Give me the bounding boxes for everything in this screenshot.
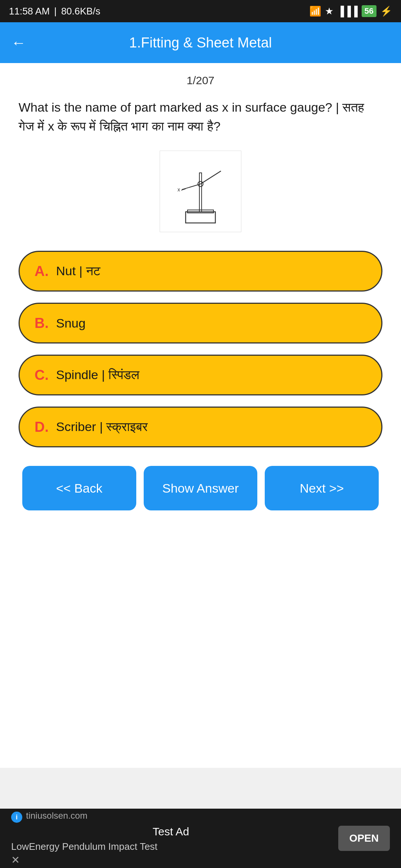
option-d[interactable]: D. Scriber | स्क्राइबर [19,407,382,447]
ad-open-button[interactable]: OPEN [338,826,390,851]
back-button[interactable]: << Back [22,466,136,510]
speed-display: 80.6KB/s [61,6,101,17]
bluetooth-icon: ★ [325,6,333,17]
ad-banner: i tiniusolsen.com Test Ad LowEnergy Pend… [0,809,401,868]
option-c[interactable]: C. Spindle | स्पिंडल [19,355,382,395]
show-answer-button[interactable]: Show Answer [144,466,258,510]
header-title: 1.Fitting & Sheet Metal [129,35,272,51]
charging-icon: ⚡ [380,6,392,17]
option-b[interactable]: B. Snug [19,303,382,343]
options-container: A. Nut | नट B. Snug C. Spindle | स्पिंडल… [19,251,382,447]
svg-rect-0 [186,212,215,223]
status-bar: 11:58 AM | 80.6KB/s 📶 ★ ▐▐▐ 56 ⚡ [0,0,401,22]
surface-gauge-image: x [160,151,241,232]
ad-site: tiniusolsen.com [26,811,87,821]
image-container: x [19,151,382,232]
svg-text:x: x [177,187,180,193]
option-d-text: Scriber | स्क्राइबर [56,420,148,434]
info-icon: i [11,812,22,823]
option-a[interactable]: A. Nut | नट [19,251,382,292]
question-counter: 1/207 [19,74,382,87]
surface-gauge-svg: x [167,154,234,228]
svg-line-3 [200,171,221,184]
svg-rect-2 [199,173,202,212]
status-bar-right: 📶 ★ ▐▐▐ 56 ⚡ [309,5,392,17]
option-a-text: Nut | नट [56,264,100,279]
nav-buttons: << Back Show Answer Next >> [19,466,382,510]
option-a-letter: A. [35,263,49,279]
next-button[interactable]: Next >> [265,466,379,510]
option-c-letter: C. [35,367,49,383]
question-text: What is the name of part marked as x in … [19,98,382,136]
separator: | [54,6,57,17]
ad-title: Test Ad [11,825,331,838]
wifi-icon: 📶 [309,6,321,17]
option-c-text: Spindle | स्पिंडल [56,368,139,382]
time-display: 11:58 AM [9,6,50,17]
option-b-letter: B. [35,315,49,331]
option-b-text: Snug [56,316,85,331]
battery-indicator: 56 [362,5,376,17]
signal-icon: ▐▐▐ [337,6,358,17]
ad-description: LowEnergy Pendulum Impact Test [11,841,331,852]
ad-left: i tiniusolsen.com Test Ad LowEnergy Pend… [11,811,331,866]
app-header: ← 1.Fitting & Sheet Metal [0,22,401,63]
option-d-letter: D. [35,419,49,435]
ad-info-row: i tiniusolsen.com [11,811,331,824]
main-content: 1/207 What is the name of part marked as… [0,63,401,768]
close-ad-icon[interactable]: ✕ [11,854,331,866]
back-icon[interactable]: ← [11,35,26,50]
status-bar-left: 11:58 AM | 80.6KB/s [9,6,100,17]
